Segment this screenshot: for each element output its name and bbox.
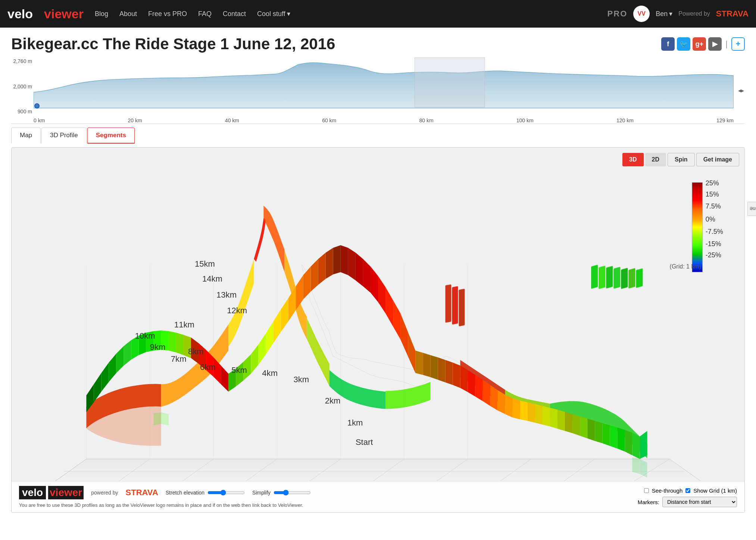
svg-rect-31: [452, 286, 458, 324]
btn-3d[interactable]: 3D: [622, 153, 643, 166]
see-through-row: See-through Show Grid (1 km): [644, 487, 737, 494]
elevation-canvas[interactable]: [34, 57, 734, 116]
km-label-2km: 2km: [325, 396, 341, 405]
km-label-6km: 6km: [200, 362, 216, 372]
nav-logo[interactable]: veloviewer: [7, 7, 84, 21]
title-row: Bikegear.cc The Ride Stage 1 June 12, 20…: [11, 35, 745, 53]
elevation-y-labels: 2,760 m 2,000 m 900 m: [11, 57, 34, 116]
svg-text:25%: 25%: [706, 179, 719, 187]
elevation-x-80km: 80 km: [419, 117, 433, 123]
km-label-8km: 8km: [188, 347, 204, 356]
elevation-x-20km: 20 km: [128, 117, 142, 123]
bottom-row1: veloviewer powered by STRAVA Stretch ele…: [19, 486, 737, 499]
tab-map[interactable]: Map: [11, 128, 41, 144]
svg-rect-28: [628, 268, 635, 289]
svg-text:15%: 15%: [706, 191, 719, 198]
logo-viewer: viewer: [44, 7, 84, 21]
nav-powered-label: Powered by: [678, 10, 710, 17]
km-label-1km: 1km: [347, 418, 363, 427]
nav-faq[interactable]: FAQ: [198, 10, 212, 18]
nav-right: PRO VV Ben ▾ Powered by STRAVA: [607, 6, 749, 22]
svg-text:-15%: -15%: [706, 240, 721, 248]
show-grid-checkbox[interactable]: [685, 488, 690, 493]
elevation-x-129km: 129 km: [716, 117, 734, 123]
social-icons: f 🐦 g+ ▶ | +: [661, 37, 745, 51]
svg-rect-24: [599, 266, 605, 289]
simplify-group: Simplify: [252, 490, 311, 496]
svg-text:7.5%: 7.5%: [706, 202, 721, 210]
btn-2d[interactable]: 2D: [645, 153, 666, 166]
social-separator: |: [725, 39, 728, 49]
view-toolbar: 3D 2D Spin Get image: [622, 153, 739, 166]
nav-pro-label: PRO: [607, 9, 628, 19]
bottom-viewer-red: viewer: [48, 486, 84, 499]
bottom-right-controls: See-through Show Grid (1 km) Markers: Di…: [638, 487, 737, 507]
nav-contact[interactable]: Contact: [223, 10, 246, 18]
stretch-elevation-group: Stretch elevation: [166, 490, 245, 496]
nav-vv-logo-small: VV: [633, 6, 650, 22]
elevation-chart: 2,760 m 2,000 m 900 m 0 k: [11, 57, 745, 124]
facebook-share-button[interactable]: f: [661, 37, 675, 51]
btn-get-image[interactable]: Get image: [696, 153, 739, 166]
svg-rect-25: [606, 266, 613, 289]
viz-container[interactable]: 15km 14km 13km 12km 11km 10km 9km 7km 8k…: [12, 148, 744, 512]
svg-rect-27: [621, 268, 628, 289]
svg-text:-25%: -25%: [706, 251, 721, 259]
svg-rect-29: [636, 268, 643, 288]
tab-3d-profile[interactable]: 3D Profile: [41, 128, 87, 144]
profile-3d-svg: 15km 14km 13km 12km 11km 10km 9km 7km 8k…: [12, 148, 744, 512]
km-label-7km: 7km: [171, 354, 187, 364]
km-label-11km: 11km: [174, 320, 194, 329]
googleplus-share-button[interactable]: g+: [693, 37, 706, 51]
svg-rect-26: [613, 267, 620, 289]
km-label-13km: 13km: [216, 290, 237, 299]
svg-rect-33: [692, 182, 703, 272]
elevation-x-0km: 0 km: [34, 117, 45, 123]
elevation-x-100km: 100 km: [516, 117, 534, 123]
svg-rect-32: [459, 289, 465, 326]
markers-select[interactable]: Distance from start: [662, 497, 737, 507]
nav-cool-stuff[interactable]: Cool stuff ▾: [257, 10, 290, 18]
nav-strava-label: STRAVA: [716, 9, 749, 19]
stretch-elevation-label: Stretch elevation: [166, 490, 204, 496]
show-grid-label: Show Grid (1 km): [693, 487, 737, 494]
markers-label: Markers:: [638, 499, 659, 505]
svg-text:0%: 0%: [706, 216, 715, 223]
btn-spin[interactable]: Spin: [668, 153, 695, 166]
twitter-share-button[interactable]: 🐦: [677, 37, 690, 51]
km-label-4km: 4km: [262, 368, 278, 378]
km-label-10km: 10km: [135, 331, 155, 340]
elevation-y-mid: 2,000 m: [11, 84, 32, 90]
view-panel: 3D 2D Spin Get image: [11, 147, 745, 513]
add-share-button[interactable]: +: [731, 37, 745, 51]
simplify-slider[interactable]: [274, 490, 311, 496]
logo-velo: velo: [7, 7, 33, 21]
nav-about[interactable]: About: [119, 10, 137, 18]
sidebar-none-label[interactable]: None: [747, 202, 756, 216]
youtube-share-button[interactable]: ▶: [708, 37, 722, 51]
elevation-x-40km: 40 km: [225, 117, 239, 123]
elevation-y-min: 900 m: [11, 109, 32, 114]
svg-rect-0: [415, 57, 485, 107]
start-dot: [34, 103, 40, 109]
stretch-elevation-slider[interactable]: [207, 490, 245, 496]
see-through-checkbox[interactable]: [644, 488, 649, 493]
bottom-velo: velo: [19, 486, 46, 499]
elevation-x-60km: 60 km: [322, 117, 336, 123]
markers-row: Markers: Distance from start: [638, 497, 737, 507]
km-label-12km: 12km: [227, 306, 247, 315]
nav-blog[interactable]: Blog: [95, 10, 108, 18]
tab-segments[interactable]: Segments: [87, 128, 135, 144]
simplify-label: Simplify: [252, 490, 271, 496]
powered-by-text: powered by: [91, 490, 118, 496]
navbar: veloviewer Blog About Free vs PRO FAQ Co…: [0, 0, 756, 28]
chart-expand-button[interactable]: ◂▸: [738, 87, 744, 94]
elevation-svg: [34, 57, 734, 116]
bottom-panel: veloviewer powered by STRAVA Stretch ele…: [12, 481, 744, 512]
see-through-label: See-through: [652, 487, 683, 494]
nav-user-menu[interactable]: Ben ▾: [656, 10, 672, 18]
tabs: Map 3D Profile Segments: [11, 128, 745, 144]
nav-free-vs-pro[interactable]: Free vs PRO: [148, 10, 187, 18]
elevation-x-labels: 0 km 20 km 40 km 60 km 80 km 100 km 120 …: [34, 117, 734, 123]
km-label-3km: 3km: [294, 375, 309, 384]
